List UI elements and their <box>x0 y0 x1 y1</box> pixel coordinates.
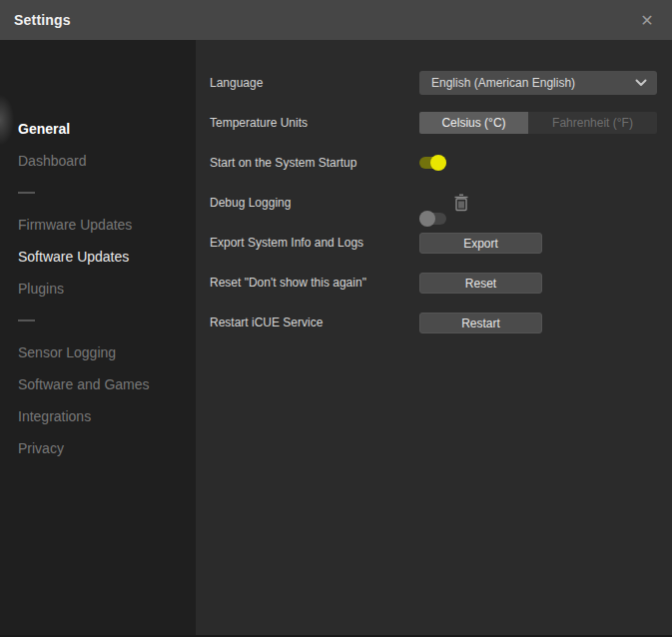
sidebar-item-label: General <box>18 121 70 137</box>
startup-label: Start on the System Startup <box>210 156 356 170</box>
temperature-units-segmented: Celsius (°C) Fahrenheit (°F) <box>419 112 657 134</box>
sidebar-divider <box>18 319 35 321</box>
toggle-knob <box>419 211 435 227</box>
fahrenheit-option[interactable]: Fahrenheit (°F) <box>528 112 657 134</box>
sidebar-item-label: Software and Games <box>18 376 150 392</box>
window-title: Settings <box>14 12 71 28</box>
temperature-units-label: Temperature Units <box>210 116 308 130</box>
sidebar-divider <box>18 192 35 194</box>
sidebar-item-label: Software Updates <box>18 249 129 265</box>
delete-logs-button[interactable] <box>453 194 469 212</box>
sidebar-item-software-and-games[interactable]: Software and Games <box>0 368 196 400</box>
language-selected-value: English (American English) <box>431 76 635 90</box>
titlebar: Settings ✕ <box>0 0 672 40</box>
startup-toggle[interactable] <box>419 155 446 171</box>
sidebar-item-firmware-updates[interactable]: Firmware Updates <box>0 209 196 241</box>
language-label: Language <box>210 76 263 90</box>
sidebar-item-sensor-logging[interactable]: Sensor Logging <box>0 336 196 368</box>
sidebar-item-privacy[interactable]: Privacy <box>0 432 196 464</box>
debug-logging-label: Debug Logging <box>210 196 291 210</box>
sidebar-item-label: Plugins <box>18 281 64 297</box>
restart-button[interactable]: Restart <box>419 313 542 333</box>
sidebar: General Dashboard Firmware Updates Softw… <box>0 40 196 637</box>
debug-logging-toggle[interactable] <box>419 211 446 227</box>
reset-label: Reset "Don't show this again" <box>210 276 366 290</box>
sidebar-item-dashboard[interactable]: Dashboard <box>0 145 196 177</box>
toggle-knob <box>430 155 446 171</box>
reset-button[interactable]: Reset <box>419 273 542 294</box>
settings-window: Settings ✕ General Dashboard Firmware Up… <box>0 0 672 637</box>
sidebar-item-label: Integrations <box>18 408 91 424</box>
export-label: Export System Info and Logs <box>210 236 363 250</box>
chevron-down-icon <box>635 79 647 87</box>
sidebar-item-label: Dashboard <box>18 153 87 169</box>
celsius-option[interactable]: Celsius (°C) <box>419 112 528 134</box>
language-select[interactable]: English (American English) <box>419 71 657 95</box>
close-button[interactable]: ✕ <box>632 0 662 40</box>
sidebar-item-label: Privacy <box>18 440 64 456</box>
sidebar-item-software-updates[interactable]: Software Updates <box>0 241 196 273</box>
sidebar-item-label: Sensor Logging <box>18 344 116 360</box>
sidebar-item-label: Firmware Updates <box>18 217 132 233</box>
sidebar-item-plugins[interactable]: Plugins <box>0 273 196 305</box>
settings-panel: Language English (American English) Temp… <box>196 40 672 637</box>
sidebar-item-integrations[interactable]: Integrations <box>0 400 196 432</box>
sidebar-item-general[interactable]: General <box>0 113 196 145</box>
close-icon: ✕ <box>640 11 653 30</box>
export-button[interactable]: Export <box>419 233 542 254</box>
trash-icon <box>453 194 469 212</box>
restart-label: Restart iCUE Service <box>210 316 323 329</box>
